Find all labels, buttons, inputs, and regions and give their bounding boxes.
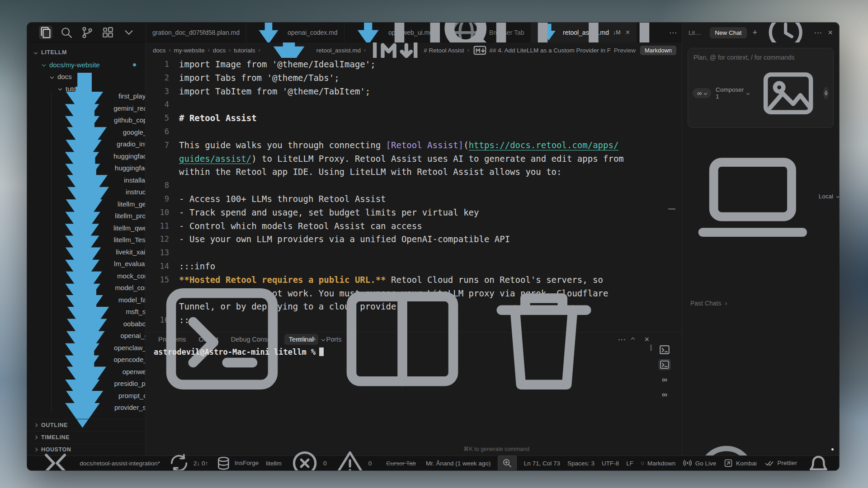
breadcrumb-label: ## 4. Add LiteLLM as a Custom Provider i… [489,47,611,54]
code-text: This guide walks you through connecting … [179,139,618,152]
code-text: - Track spend and usage, set budget limi… [179,206,479,220]
code-segment: guides/assist/ [179,154,251,164]
status-text: LF [626,460,633,467]
chevron-down-icon [42,63,46,66]
file-item[interactable]: provider_specific_para... [27,402,145,414]
status-item-mr-[interactable]: Mr. Ånand (1 week ago) [423,460,491,467]
status-item-spaces-[interactable]: Spaces: 3 [567,460,594,467]
chevron-right-icon [34,436,38,439]
source-control-icon[interactable] [80,26,94,39]
chevron-down-icon [34,51,38,54]
past-chats[interactable]: Past Chats › [690,299,727,307]
status-item-docs-retool-assist-integration-[interactable]: docs/retool-assist-integration* [77,460,160,467]
chevron-down-icon[interactable] [122,26,136,39]
chat-close-icon[interactable]: × [828,28,833,37]
new-terminal-button[interactable]: + [311,335,316,343]
status-item-markdown[interactable]: Markdown [641,460,675,467]
code-text: within the Retool app IDE. Using LiteLLM… [179,165,561,179]
extensions-icon[interactable] [101,26,115,39]
breadcrumb-item[interactable]: my-website [174,47,205,54]
status-item-utf-8[interactable]: UTF-8 [602,460,619,467]
breadcrumb-item[interactable]: tutorials [234,47,255,54]
new-chat-plus-icon[interactable]: + [753,28,758,37]
chat-input-box[interactable]: Plan, @ for context, / for commands ∞ Co… [688,48,834,128]
status-item-kombai[interactable]: Kombai [723,458,757,468]
file-label: instructor.md [126,188,145,196]
kombai-icon [723,458,733,468]
status-item[interactable] [33,445,70,470]
line-number: 12 [146,233,179,246]
trash-icon[interactable] [476,271,612,408]
chevron-down-icon[interactable] [321,338,325,341]
breadcrumb-separator: › [208,47,210,53]
infinity-icon: ∞ [662,391,667,399]
editor-tab[interactable]: openai_codex.md [246,23,344,42]
status-item-litellm[interactable]: litellm [266,460,282,467]
code-line: 10- Track spend and usage, set budget li… [146,206,682,220]
file-label: installation.md [124,176,145,184]
status-text: 0 [368,460,372,467]
sync-icon [167,451,191,470]
status-item-insforge[interactable]: InsForge [215,455,259,470]
breadcrumb-item[interactable]: docs [153,47,166,54]
status-text: Go Live [695,460,717,467]
terminal-output[interactable]: astrodevil@Astro-Mac-mini litellm % [154,347,646,357]
activity-bar [39,23,136,42]
sidebar-root-litellm[interactable]: LITELLM [27,46,145,59]
mic-button[interactable] [823,87,829,99]
status-item-cursor[interactable]: Cursor Tab [386,460,416,467]
editor-tab[interactable]: gration_doc_d075fd58.plan.md [146,23,246,42]
search-icon[interactable] [60,26,73,39]
sidebar-section-timeline[interactable]: TIMELINE [27,431,145,443]
breadcrumb-item[interactable]: # Retool Assist [369,42,464,58]
status-item[interactable] [804,449,833,470]
status-item-go[interactable]: Go Live [683,458,716,468]
chevron-right-icon: › [725,299,727,307]
terminal-session-infinity-icon[interactable]: ∞ [659,374,670,385]
close-panel-icon[interactable]: × [644,335,649,343]
chat-tab-new-chat[interactable]: New Chat [710,27,746,38]
breadcrumb-item[interactable]: ## 4. Add LiteLLM as a Custom Provider i… [472,43,611,58]
tab-label: openai_codex.md [288,29,338,36]
status-item-0[interactable]: 0 [289,447,327,470]
status-middle: Cursor TabMr. Ånand (1 week ago) [386,455,516,470]
past-chats-label: Past Chats [690,300,721,307]
language-mode-badge[interactable]: Markdown [640,46,676,55]
terminal-session-terminal-icon[interactable] [659,359,670,370]
scrollbar-mark[interactable] [668,208,675,210]
chat-more-icon[interactable]: ⋯ [814,28,822,38]
split-terminal-icon[interactable] [335,271,470,408]
environment-selector[interactable]: Local [690,134,839,259]
terminal-more-icon[interactable]: ⋯ [618,335,626,344]
breadcrumb-item[interactable]: docs [213,47,226,54]
more-actions-icon[interactable]: ⋯ [669,28,677,38]
status-item-ln[interactable]: Ln 71, Col 73 [524,460,560,467]
model-selector[interactable]: Composer 1 [716,86,749,100]
terminal-session-terminal-icon[interactable] [659,344,670,355]
code-text: import Tabs from '@theme/Tabs'; [179,71,340,85]
terminal-session-infinity-icon[interactable]: ∞ [659,389,670,400]
breadcrumb-separator: › [467,47,469,53]
status-item[interactable] [498,455,516,470]
agent-mode-pill[interactable]: ∞ [693,88,711,98]
chevron-down-icon [836,195,839,198]
status-item-lf[interactable]: LF [626,460,633,467]
remote-icon [33,445,70,470]
file-label: oobabooga.md [123,320,145,328]
breadcrumb-item[interactable]: retool_assist.md [264,42,361,58]
maximize-panel-icon[interactable] [631,338,635,341]
tab-label: gration_doc_d075fd58.plan.md [152,29,240,36]
laptop-icon [690,134,815,259]
status-item-prettier[interactable]: Prettier [764,458,797,469]
preview-toggle[interactable]: Preview [614,47,636,54]
file-label: livekit_xai_realtime.md [116,248,145,256]
breadcrumb-separator: › [229,47,231,53]
files-icon[interactable] [39,26,52,39]
explorer-sidebar: LITELLM docs/my-websitedocstutorials fir… [27,42,146,455]
chat-tab-litellm-virtual-key[interactable]: Litellm virtual key [689,29,704,36]
sidebar-section-outline[interactable]: OUTLINE [27,419,145,431]
status-item-0[interactable]: 0 [334,447,372,470]
file-label: first_playground.md [118,92,145,100]
status-item-2-[interactable]: 2↓ 0↑ [167,451,208,470]
attach-image-icon[interactable] [758,63,818,123]
